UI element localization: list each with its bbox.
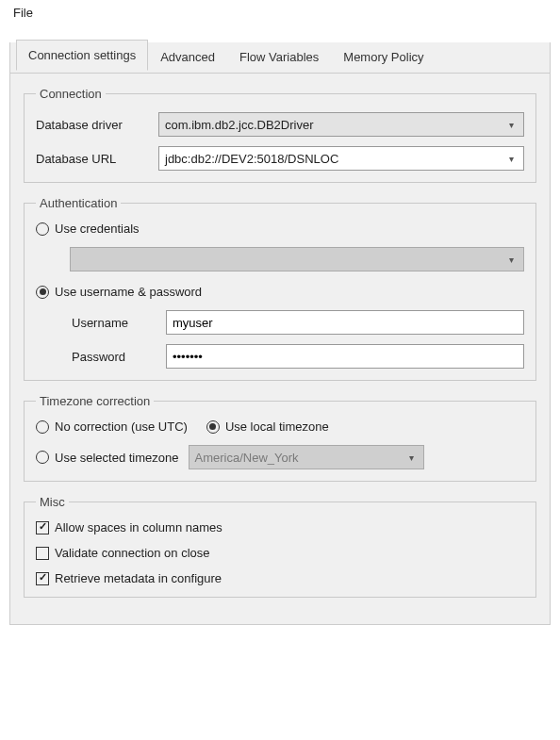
radio-no-correction-label: No correction (use UTC) [55, 419, 188, 434]
checkbox-icon [36, 572, 49, 585]
checkbox-icon [36, 547, 49, 560]
check-retrieve-metadata-label: Retrieve metadata in configure [55, 571, 222, 585]
radio-icon [36, 222, 49, 236]
check-retrieve-metadata[interactable]: Retrieve metadata in configure [36, 571, 524, 585]
chevron-down-icon: ▾ [509, 120, 518, 130]
input-username[interactable] [166, 310, 524, 335]
fieldset-misc: Misc Allow spaces in column names Valida… [24, 495, 536, 598]
combo-timezone-value: America/New_York [195, 451, 299, 465]
check-validate-on-close-label: Validate connection on close [55, 546, 210, 560]
input-password-field[interactable] [173, 350, 518, 364]
combo-database-url[interactable]: jdbc:db2://DEV2:5018/DSNLOC ▾ [158, 146, 524, 171]
check-allow-spaces[interactable]: Allow spaces in column names [36, 520, 524, 534]
combo-database-url-value: jdbc:db2://DEV2:5018/DSNLOC [165, 152, 338, 166]
radio-use-local[interactable]: Use local timezone [206, 419, 329, 434]
combo-database-driver-value: com.ibm.db2.jcc.DB2Driver [165, 118, 314, 132]
input-username-field[interactable] [173, 316, 518, 330]
fieldset-timezone: Timezone correction No correction (use U… [24, 394, 536, 482]
legend-connection: Connection [36, 87, 106, 101]
legend-authentication: Authentication [36, 196, 121, 210]
radio-use-selected[interactable]: Use selected timezone [36, 451, 179, 465]
radio-icon [36, 451, 49, 464]
check-validate-on-close[interactable]: Validate connection on close [36, 546, 524, 560]
tab-connection-settings[interactable]: Connection settings [16, 40, 148, 71]
menu-file[interactable]: File [9, 4, 37, 22]
radio-icon [36, 420, 49, 434]
combo-credentials: ▾ [70, 247, 524, 271]
checkbox-icon [36, 521, 49, 534]
radio-use-username-password-label: Use username & password [55, 285, 202, 299]
dialog-panel: Connection settings Advanced Flow Variab… [9, 42, 551, 625]
tab-advanced[interactable]: Advanced [148, 42, 227, 73]
combo-timezone: America/New_York ▾ [189, 445, 424, 469]
tab-bar: Connection settings Advanced Flow Variab… [10, 42, 550, 74]
chevron-down-icon: ▾ [509, 255, 518, 265]
radio-icon [206, 420, 220, 434]
label-username: Username [72, 316, 156, 330]
fieldset-connection: Connection Database driver com.ibm.db2.j… [24, 87, 536, 183]
legend-misc: Misc [36, 495, 69, 509]
radio-use-local-label: Use local timezone [225, 419, 329, 434]
label-password: Password [72, 350, 156, 364]
tab-body: Connection Database driver com.ibm.db2.j… [10, 74, 550, 624]
radio-no-correction[interactable]: No correction (use UTC) [36, 419, 188, 434]
tab-memory-policy[interactable]: Memory Policy [331, 42, 436, 73]
tab-flow-variables[interactable]: Flow Variables [227, 42, 331, 73]
input-password[interactable] [166, 344, 524, 369]
chevron-down-icon: ▾ [509, 154, 518, 164]
legend-timezone: Timezone correction [36, 394, 154, 408]
radio-use-username-password[interactable]: Use username & password [36, 285, 524, 299]
radio-icon [36, 286, 49, 299]
radio-use-credentials-label: Use credentials [55, 222, 140, 236]
label-database-url: Database URL [36, 152, 149, 166]
combo-database-driver[interactable]: com.ibm.db2.jcc.DB2Driver ▾ [158, 112, 524, 137]
menu-bar: File [0, 0, 560, 25]
label-database-driver: Database driver [36, 118, 149, 132]
check-allow-spaces-label: Allow spaces in column names [55, 520, 222, 534]
fieldset-authentication: Authentication Use credentials ▾ Use use… [24, 196, 536, 381]
chevron-down-icon: ▾ [409, 452, 418, 463]
radio-use-selected-label: Use selected timezone [55, 451, 179, 465]
radio-use-credentials[interactable]: Use credentials [36, 222, 524, 236]
